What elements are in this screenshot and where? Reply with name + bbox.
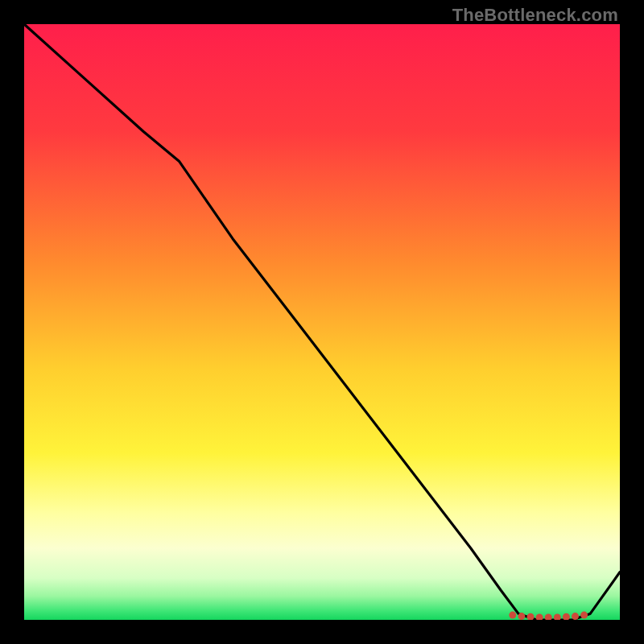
optimal-marker [572,613,579,620]
optimal-marker [509,612,516,619]
optimal-marker [527,613,535,620]
optimal-marker [554,614,561,620]
plot-area [24,24,620,620]
chart-frame: TheBottleneck.com [0,0,644,644]
optimal-marker [580,612,588,619]
optimal-marker [545,614,552,620]
optimal-marker [536,614,543,620]
watermark-text: TheBottleneck.com [452,5,618,26]
optimal-marker [518,613,525,620]
optimal-marker [563,613,570,620]
optimal-range-markers [24,24,620,620]
